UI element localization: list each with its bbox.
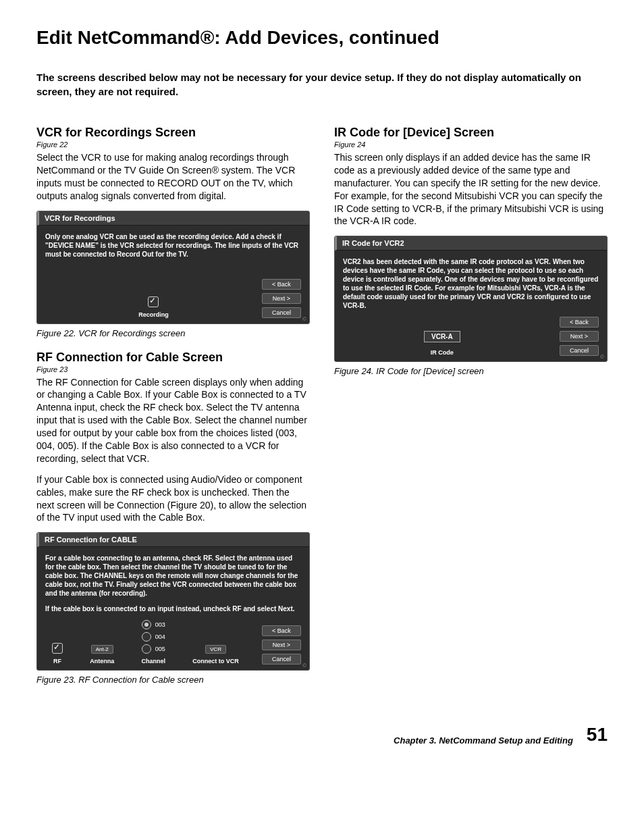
next-button[interactable]: Next > [262,640,301,650]
vcr-dialog-title: VCR for Recordings [37,211,309,226]
back-button[interactable]: < Back [262,625,301,636]
connect-vcr-label: Connect to VCR [192,658,239,664]
channel-005-label: 005 [155,646,165,652]
channel-label: Channel [141,658,165,664]
ir-dialog-title: IR Code for VCR2 [335,236,607,251]
channel-003-label: 003 [155,621,165,628]
copyright-icon: © [302,316,306,322]
left-column: VCR for Recordings Screen Figure 22 Sele… [36,126,310,697]
rf-dialog-text1: For a cable box connecting to an antenna… [45,554,301,598]
ir-dialog-text: VCR2 has been detected with the same IR … [343,257,599,310]
next-button[interactable]: Next > [560,331,599,342]
copyright-icon: © [302,662,306,669]
vcr-figref: Figure 22 [36,140,310,149]
ir-dialog: IR Code for VCR2 VCR2 has been detected … [334,236,608,362]
ir-body: This screen only displays if an added de… [334,151,608,228]
ir-label: IR Code [431,349,454,356]
page-title: Edit NetCommand®: Add Devices, continued [36,27,608,49]
rf-body2: If your Cable box is connected using Aud… [36,473,310,525]
back-button[interactable]: < Back [560,317,599,328]
ir-select[interactable]: VCR-A [424,331,460,342]
right-column: IR Code for [Device] Screen Figure 24 Th… [334,126,608,697]
rf-body1: The RF Connection for Cable screen displ… [36,376,310,465]
cancel-button[interactable]: Cancel [262,654,301,664]
vcr-caption: Figure 22. VCR for Recordings screen [36,328,310,338]
ir-figref: Figure 24 [334,140,608,149]
rf-checkbox[interactable] [52,643,63,654]
recording-checkbox[interactable] [148,296,159,307]
intro-note: The screens described below may not be n… [36,70,608,99]
rf-caption: Figure 23. RF Connection for Cable scree… [36,675,310,685]
antenna-select[interactable]: Ant-2 [91,645,113,654]
channel-004-radio[interactable] [142,632,151,642]
cancel-button[interactable]: Cancel [560,345,599,356]
channel-003-radio[interactable] [142,620,151,629]
channel-005-radio[interactable] [142,644,151,654]
recording-label: Recording [138,311,169,318]
vcr-body: Select the VCR to use for making analog … [36,151,310,203]
rf-dialog-title: RF Connection for CABLE [37,533,309,547]
vcr-select[interactable]: VCR [205,645,226,654]
ir-caption: Figure 24. IR Code for [Device] screen [334,366,608,376]
copyright-icon: © [600,354,604,360]
vcr-heading: VCR for Recordings Screen [36,126,310,140]
rf-dialog-text2: If the cable box is connected to an inpu… [45,604,301,613]
rf-heading: RF Connection for Cable Screen [36,350,310,365]
rf-figref: Figure 23 [36,365,310,373]
footer-page-number: 51 [587,724,608,746]
ir-heading: IR Code for [Device] Screen [334,126,608,140]
footer-chapter: Chapter 3. NetCommand Setup and Editing [394,735,573,746]
vcr-dialog-text: Only one analog VCR can be used as the r… [45,232,301,259]
next-button[interactable]: Next > [262,293,301,304]
rf-label: RF [53,658,61,664]
vcr-dialog: VCR for Recordings Only one analog VCR c… [36,211,310,324]
rf-dialog: RF Connection for CABLE For a cable box … [36,532,310,671]
cancel-button[interactable]: Cancel [262,307,301,318]
back-button[interactable]: < Back [262,279,301,290]
antenna-label: Antenna [90,658,114,664]
channel-004-label: 004 [155,633,165,640]
